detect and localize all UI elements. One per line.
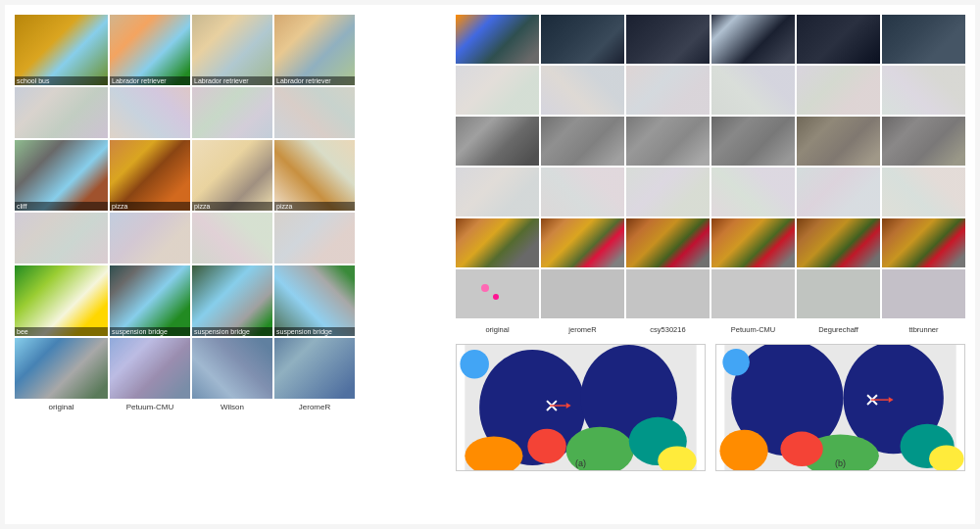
label-bridge-2: suspension bridge (192, 327, 272, 336)
grid-r5-c5 (797, 218, 880, 267)
image-labrador-1: Labrador retriever (110, 15, 190, 85)
svg-point-16 (719, 430, 767, 470)
noise-row-4-1 (15, 213, 108, 264)
svg-point-8 (460, 350, 489, 379)
grid-r5-c6 (882, 218, 965, 267)
diagram-b-label: (b) (835, 458, 846, 468)
right-col-label-petuum: Petuum-CMU (711, 325, 795, 334)
right-col-label-original: original (456, 325, 539, 334)
right-image-grid (456, 15, 965, 318)
grid-r4-c4 (711, 168, 795, 216)
grid-r3-c2 (541, 117, 624, 166)
grid-r1-c3 (626, 15, 710, 64)
col-label-original: original (15, 403, 108, 411)
bottom-diagrams: (a) (456, 344, 965, 471)
grid-r3-c6 (882, 117, 965, 166)
image-pizza-1: pizza (110, 140, 190, 211)
row-6 (15, 338, 446, 399)
grid-r5-c1 (456, 218, 539, 267)
noise-row-4-3 (192, 213, 272, 264)
noise-row-2-2 (110, 87, 190, 138)
row-4 (15, 213, 446, 264)
noise-row-2-4 (274, 87, 355, 138)
image-pizza-2: pizza (192, 140, 272, 211)
noise-row-2-1 (15, 87, 108, 138)
grid-r2-c6 (882, 66, 965, 115)
image-bottom-1 (15, 338, 108, 399)
grid-r2-c2 (541, 66, 624, 115)
noise-row-4-2 (110, 213, 190, 264)
label-school-bus: school bus (15, 76, 108, 85)
label-bee: bee (15, 327, 108, 336)
grid-r5-c4 (711, 218, 795, 267)
label-pizza-2: pizza (192, 202, 272, 211)
diagram-a-label: (a) (575, 458, 586, 468)
noise-row-4-4 (274, 213, 355, 264)
label-labrador-1: Labrador retriever (110, 76, 190, 85)
image-bridge-1: suspension bridge (110, 265, 190, 336)
grid-r1-c5 (797, 15, 880, 64)
grid-r1-c1 (456, 15, 539, 64)
diagram-a: (a) (456, 344, 706, 471)
diagram-b: (b) (715, 344, 965, 471)
grid-r1-c6 (882, 15, 965, 64)
image-labrador-3: Labrador retriever (274, 15, 355, 85)
image-labrador-2: Labrador retriever (192, 15, 272, 85)
label-labrador-3: Labrador retriever (274, 76, 355, 85)
row-5: bee suspension bridge suspension bridge … (15, 265, 446, 336)
col-label-wilson: Wilson (192, 403, 272, 411)
image-bridge-3: suspension bridge (274, 265, 355, 336)
label-bridge-3: suspension bridge (274, 327, 355, 336)
grid-r1-c2 (541, 15, 624, 64)
column-labels: original Petuum-CMU Wilson JeromeR (15, 403, 446, 411)
grid-r4-c6 (882, 168, 965, 216)
grid-r6-c2 (541, 269, 624, 318)
right-col-label-jeromer: jeromeR (541, 325, 624, 334)
grid-r6-c1 (456, 269, 539, 318)
label-pizza-1: pizza (110, 202, 190, 211)
svg-point-5 (527, 429, 565, 463)
grid-r4-c3 (626, 168, 710, 216)
grid-r3-c5 (797, 117, 880, 166)
grid-r2-c3 (626, 66, 710, 115)
grid-r6-c4 (711, 269, 795, 318)
image-bee: bee (15, 265, 108, 336)
image-bottom-3 (192, 338, 272, 399)
grid-r4-c1 (456, 168, 539, 216)
grid-r1-c4 (711, 15, 795, 64)
image-bottom-4 (274, 338, 355, 399)
image-cliff: cliff (15, 140, 108, 211)
image-pizza-3: pizza (274, 140, 355, 211)
col-label-petuum: Petuum-CMU (110, 403, 190, 411)
image-school-bus: school bus (15, 15, 108, 85)
grid-r6-c6 (882, 269, 965, 318)
right-column-labels: original jeromeR csy530216 Petuum-CMU De… (456, 325, 965, 334)
label-cliff: cliff (15, 202, 108, 211)
grid-r2-c1 (456, 66, 539, 115)
row-3: cliff pizza pizza pizza (15, 140, 446, 211)
grid-r6-c3 (626, 269, 710, 318)
row-2 (15, 87, 446, 138)
noise-row-2-3 (192, 87, 272, 138)
label-bridge-1: suspension bridge (110, 327, 190, 336)
grid-r5-c2 (541, 218, 624, 267)
image-bottom-2 (110, 338, 190, 399)
label-pizza-3: pizza (274, 202, 355, 211)
svg-point-21 (722, 349, 750, 376)
row-1: school bus Labrador retriever Labrador r… (15, 15, 446, 85)
main-container: school bus Labrador retriever Labrador r… (5, 5, 975, 524)
right-panel: original jeromeR csy530216 Petuum-CMU De… (456, 15, 965, 514)
right-col-label-csy: csy530216 (626, 325, 710, 334)
grid-r4-c5 (797, 168, 880, 216)
grid-r3-c3 (626, 117, 710, 166)
grid-r6-c5 (797, 269, 880, 318)
grid-r2-c5 (797, 66, 880, 115)
grid-r5-c3 (626, 218, 710, 267)
right-col-label-degurechaff: Degurechaff (797, 325, 880, 334)
col-label-jeromer: JeromeR (274, 403, 355, 411)
right-col-label-ttbrunner: ttbrunner (882, 325, 965, 334)
label-labrador-2: Labrador retriever (192, 76, 272, 85)
grid-r3-c4 (711, 117, 795, 166)
grid-r4-c2 (541, 168, 624, 216)
svg-point-18 (780, 432, 822, 466)
